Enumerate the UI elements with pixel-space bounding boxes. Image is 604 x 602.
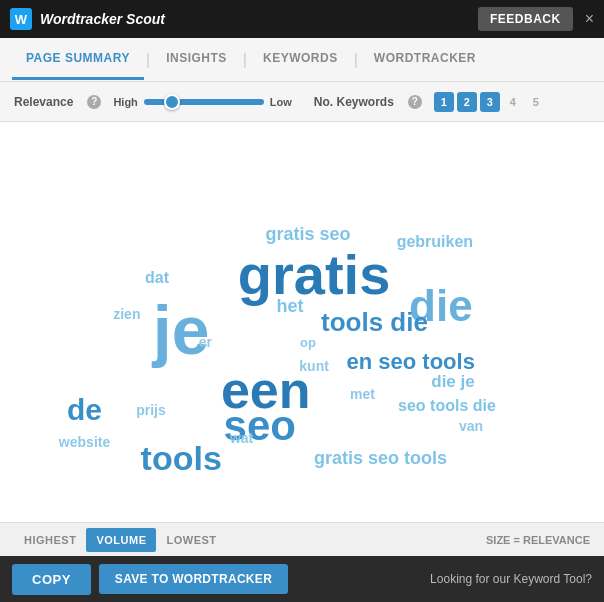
word-cloud-word[interactable]: dat (145, 269, 169, 287)
word-cloud-word[interactable]: de (67, 393, 102, 427)
tab-wordtracker[interactable]: WORDTRACKER (360, 39, 490, 80)
high-label: High (113, 96, 137, 108)
keywords-help-icon[interactable]: ? (408, 95, 422, 109)
word-cloud-word[interactable]: gratis seo tools (314, 448, 447, 469)
title-bar-left: W Wordtracker Scout (10, 8, 165, 30)
title-bar: W Wordtracker Scout FEEDBACK × (0, 0, 604, 38)
action-bar: COPY SAVE TO WORDTRACKER Looking for our… (0, 556, 604, 602)
app-container: W Wordtracker Scout FEEDBACK × PAGE SUMM… (0, 0, 604, 602)
word-cloud-word[interactable]: je (153, 291, 210, 369)
word-cloud-word[interactable]: kunt (299, 358, 329, 374)
legend-size-label: SIZE = RELEVANCE (486, 534, 590, 546)
legend-bar: HIGHEST VOLUME LOWEST SIZE = RELEVANCE (0, 522, 604, 556)
promo-text: Looking for our Keyword Tool? (296, 572, 592, 586)
word-cloud-word[interactable]: met (350, 386, 375, 402)
word-cloud-word[interactable]: wat (230, 430, 253, 446)
nav-sep-3: | (354, 51, 358, 69)
slider-thumb (164, 94, 180, 110)
word-cloud-word[interactable]: die je (431, 372, 474, 392)
kw-num-1[interactable]: 1 (434, 92, 454, 112)
word-cloud-word[interactable]: het (276, 296, 303, 317)
word-cloud-word[interactable]: website (59, 434, 110, 450)
word-cloud-word[interactable]: zien (113, 306, 140, 322)
word-cloud-word[interactable]: gebruiken (397, 233, 473, 251)
word-cloud-word[interactable]: gratis (238, 242, 391, 307)
feedback-button[interactable]: FEEDBACK (478, 7, 573, 31)
nav-sep-2: | (243, 51, 247, 69)
word-cloud-word[interactable]: van (459, 418, 483, 434)
close-button[interactable]: × (585, 10, 594, 28)
legend-lowest[interactable]: LOWEST (156, 534, 226, 546)
keywords-label: No. Keywords (314, 95, 394, 109)
controls-row: Relevance ? High Low No. Keywords ? 1 2 … (0, 82, 604, 122)
nav-sep-1: | (146, 51, 150, 69)
word-cloud-word[interactable]: op (300, 335, 316, 350)
kw-num-5[interactable]: 5 (526, 92, 546, 112)
tab-keywords[interactable]: KEYWORDS (249, 39, 352, 80)
relevance-slider[interactable] (144, 99, 264, 105)
nav-tabs: PAGE SUMMARY | INSIGHTS | KEYWORDS | WOR… (0, 38, 604, 82)
save-to-wordtracker-button[interactable]: SAVE TO WORDTRACKER (99, 564, 288, 594)
copy-button[interactable]: COPY (12, 564, 91, 595)
slider-container: High Low (113, 96, 291, 108)
relevance-help-icon[interactable]: ? (87, 95, 101, 109)
low-label: Low (270, 96, 292, 108)
tab-page-summary[interactable]: PAGE SUMMARY (12, 39, 144, 80)
word-cloud-word[interactable]: tools die (321, 307, 428, 338)
kw-num-2[interactable]: 2 (457, 92, 477, 112)
word-cloud-area: gratisjeeenseotoolsdieen seo toolstools … (0, 122, 604, 522)
word-cloud-word[interactable]: tools (141, 439, 222, 478)
word-cloud-word[interactable]: er (199, 334, 212, 350)
relevance-label: Relevance (14, 95, 73, 109)
legend-volume[interactable]: VOLUME (86, 528, 156, 552)
kw-num-4[interactable]: 4 (503, 92, 523, 112)
word-cloud-word[interactable]: seo tools die (398, 397, 496, 415)
keyword-nums: 1 2 3 4 5 (434, 92, 546, 112)
kw-num-3[interactable]: 3 (480, 92, 500, 112)
wordtracker-logo-icon: W (10, 8, 32, 30)
word-cloud-word[interactable]: prijs (136, 402, 166, 418)
tab-insights[interactable]: INSIGHTS (152, 39, 241, 80)
word-cloud-word[interactable]: gratis seo (266, 224, 351, 245)
legend-highest[interactable]: HIGHEST (14, 534, 86, 546)
app-title: Wordtracker Scout (40, 11, 165, 27)
